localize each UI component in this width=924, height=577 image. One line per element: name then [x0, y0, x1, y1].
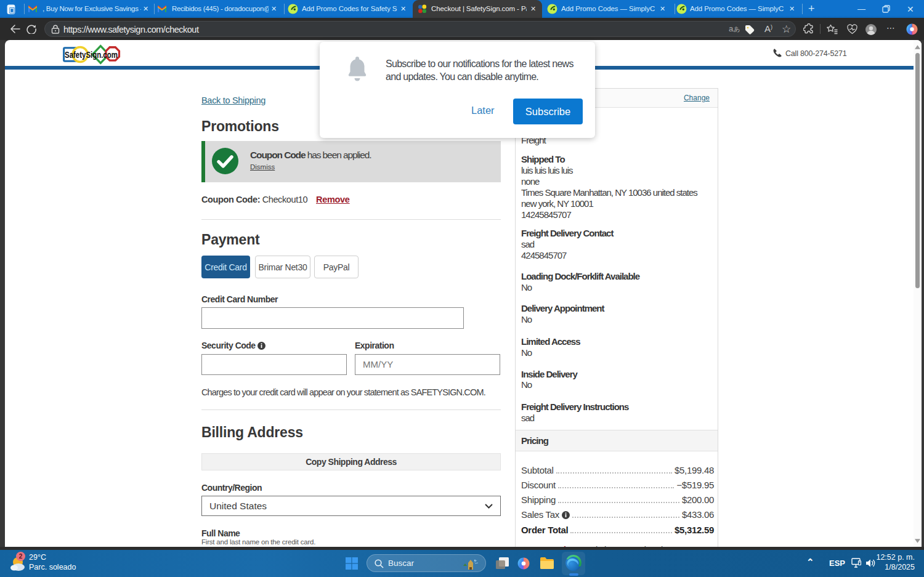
svg-text:SafetySign.com: SafetySign.com	[65, 50, 118, 60]
